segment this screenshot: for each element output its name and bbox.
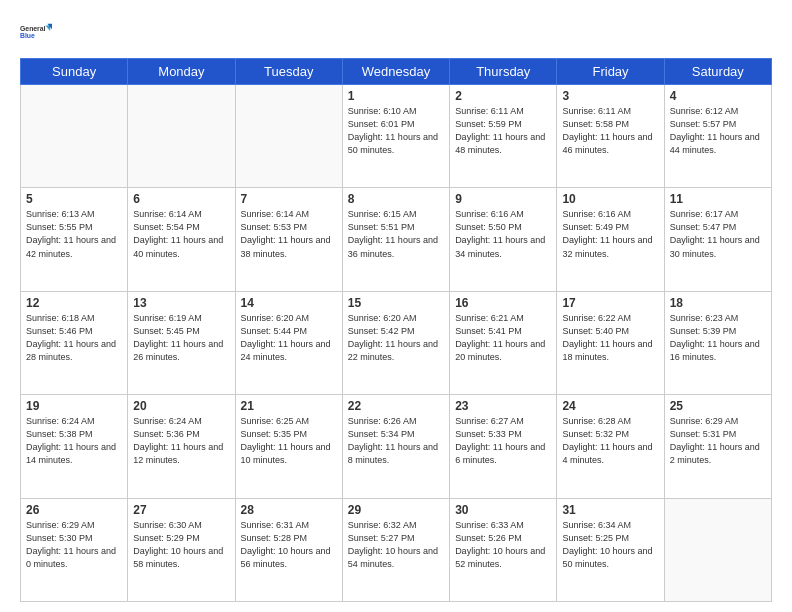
day-info: Sunrise: 6:23 AMSunset: 5:39 PMDaylight:… — [670, 312, 766, 364]
day-info: Sunrise: 6:30 AMSunset: 5:29 PMDaylight:… — [133, 519, 229, 571]
calendar-cell: 21Sunrise: 6:25 AMSunset: 5:35 PMDayligh… — [235, 395, 342, 498]
day-info: Sunrise: 6:24 AMSunset: 5:36 PMDaylight:… — [133, 415, 229, 467]
weekday-header-tuesday: Tuesday — [235, 59, 342, 85]
calendar-cell: 30Sunrise: 6:33 AMSunset: 5:26 PMDayligh… — [450, 498, 557, 601]
day-number: 30 — [455, 503, 551, 517]
day-info: Sunrise: 6:25 AMSunset: 5:35 PMDaylight:… — [241, 415, 337, 467]
week-row-5: 26Sunrise: 6:29 AMSunset: 5:30 PMDayligh… — [21, 498, 772, 601]
logo-icon: GeneralBlue — [20, 16, 52, 48]
week-row-3: 12Sunrise: 6:18 AMSunset: 5:46 PMDayligh… — [21, 291, 772, 394]
day-number: 17 — [562, 296, 658, 310]
calendar-cell — [664, 498, 771, 601]
day-number: 26 — [26, 503, 122, 517]
calendar-cell: 26Sunrise: 6:29 AMSunset: 5:30 PMDayligh… — [21, 498, 128, 601]
day-info: Sunrise: 6:10 AMSunset: 6:01 PMDaylight:… — [348, 105, 444, 157]
day-info: Sunrise: 6:22 AMSunset: 5:40 PMDaylight:… — [562, 312, 658, 364]
calendar-page: GeneralBlue SundayMondayTuesdayWednesday… — [0, 0, 792, 612]
weekday-header-saturday: Saturday — [664, 59, 771, 85]
calendar-cell: 10Sunrise: 6:16 AMSunset: 5:49 PMDayligh… — [557, 188, 664, 291]
day-number: 14 — [241, 296, 337, 310]
calendar-cell: 17Sunrise: 6:22 AMSunset: 5:40 PMDayligh… — [557, 291, 664, 394]
header: GeneralBlue — [20, 16, 772, 48]
svg-marker-2 — [46, 26, 51, 31]
calendar-cell: 31Sunrise: 6:34 AMSunset: 5:25 PMDayligh… — [557, 498, 664, 601]
day-number: 29 — [348, 503, 444, 517]
day-number: 21 — [241, 399, 337, 413]
day-number: 3 — [562, 89, 658, 103]
day-info: Sunrise: 6:28 AMSunset: 5:32 PMDaylight:… — [562, 415, 658, 467]
day-info: Sunrise: 6:29 AMSunset: 5:31 PMDaylight:… — [670, 415, 766, 467]
day-info: Sunrise: 6:16 AMSunset: 5:50 PMDaylight:… — [455, 208, 551, 260]
day-info: Sunrise: 6:33 AMSunset: 5:26 PMDaylight:… — [455, 519, 551, 571]
day-info: Sunrise: 6:12 AMSunset: 5:57 PMDaylight:… — [670, 105, 766, 157]
weekday-header-thursday: Thursday — [450, 59, 557, 85]
day-number: 10 — [562, 192, 658, 206]
calendar-cell: 4Sunrise: 6:12 AMSunset: 5:57 PMDaylight… — [664, 85, 771, 188]
day-info: Sunrise: 6:21 AMSunset: 5:41 PMDaylight:… — [455, 312, 551, 364]
day-number: 12 — [26, 296, 122, 310]
day-info: Sunrise: 6:26 AMSunset: 5:34 PMDaylight:… — [348, 415, 444, 467]
day-info: Sunrise: 6:13 AMSunset: 5:55 PMDaylight:… — [26, 208, 122, 260]
week-row-2: 5Sunrise: 6:13 AMSunset: 5:55 PMDaylight… — [21, 188, 772, 291]
day-number: 8 — [348, 192, 444, 206]
calendar-cell: 19Sunrise: 6:24 AMSunset: 5:38 PMDayligh… — [21, 395, 128, 498]
weekday-header-friday: Friday — [557, 59, 664, 85]
calendar-cell: 16Sunrise: 6:21 AMSunset: 5:41 PMDayligh… — [450, 291, 557, 394]
day-number: 15 — [348, 296, 444, 310]
calendar-cell: 22Sunrise: 6:26 AMSunset: 5:34 PMDayligh… — [342, 395, 449, 498]
calendar-cell: 23Sunrise: 6:27 AMSunset: 5:33 PMDayligh… — [450, 395, 557, 498]
calendar-cell — [21, 85, 128, 188]
week-row-1: 1Sunrise: 6:10 AMSunset: 6:01 PMDaylight… — [21, 85, 772, 188]
day-info: Sunrise: 6:18 AMSunset: 5:46 PMDaylight:… — [26, 312, 122, 364]
calendar-cell: 8Sunrise: 6:15 AMSunset: 5:51 PMDaylight… — [342, 188, 449, 291]
day-number: 1 — [348, 89, 444, 103]
day-number: 11 — [670, 192, 766, 206]
day-number: 6 — [133, 192, 229, 206]
calendar-cell: 29Sunrise: 6:32 AMSunset: 5:27 PMDayligh… — [342, 498, 449, 601]
calendar-cell — [235, 85, 342, 188]
day-info: Sunrise: 6:20 AMSunset: 5:44 PMDaylight:… — [241, 312, 337, 364]
day-info: Sunrise: 6:34 AMSunset: 5:25 PMDaylight:… — [562, 519, 658, 571]
day-number: 9 — [455, 192, 551, 206]
calendar-cell: 2Sunrise: 6:11 AMSunset: 5:59 PMDaylight… — [450, 85, 557, 188]
day-info: Sunrise: 6:31 AMSunset: 5:28 PMDaylight:… — [241, 519, 337, 571]
day-number: 20 — [133, 399, 229, 413]
calendar-cell: 11Sunrise: 6:17 AMSunset: 5:47 PMDayligh… — [664, 188, 771, 291]
day-info: Sunrise: 6:11 AMSunset: 5:58 PMDaylight:… — [562, 105, 658, 157]
day-number: 24 — [562, 399, 658, 413]
calendar-cell: 18Sunrise: 6:23 AMSunset: 5:39 PMDayligh… — [664, 291, 771, 394]
svg-text:Blue: Blue — [20, 32, 35, 39]
day-info: Sunrise: 6:14 AMSunset: 5:53 PMDaylight:… — [241, 208, 337, 260]
svg-text:General: General — [20, 25, 46, 32]
calendar-cell: 24Sunrise: 6:28 AMSunset: 5:32 PMDayligh… — [557, 395, 664, 498]
day-number: 7 — [241, 192, 337, 206]
calendar-cell: 27Sunrise: 6:30 AMSunset: 5:29 PMDayligh… — [128, 498, 235, 601]
day-number: 18 — [670, 296, 766, 310]
day-number: 25 — [670, 399, 766, 413]
day-info: Sunrise: 6:17 AMSunset: 5:47 PMDaylight:… — [670, 208, 766, 260]
calendar-cell — [128, 85, 235, 188]
day-info: Sunrise: 6:32 AMSunset: 5:27 PMDaylight:… — [348, 519, 444, 571]
day-number: 28 — [241, 503, 337, 517]
day-info: Sunrise: 6:14 AMSunset: 5:54 PMDaylight:… — [133, 208, 229, 260]
weekday-header-sunday: Sunday — [21, 59, 128, 85]
calendar-cell: 9Sunrise: 6:16 AMSunset: 5:50 PMDaylight… — [450, 188, 557, 291]
logo: GeneralBlue — [20, 16, 52, 48]
calendar-cell: 7Sunrise: 6:14 AMSunset: 5:53 PMDaylight… — [235, 188, 342, 291]
day-number: 5 — [26, 192, 122, 206]
day-info: Sunrise: 6:19 AMSunset: 5:45 PMDaylight:… — [133, 312, 229, 364]
day-number: 4 — [670, 89, 766, 103]
day-number: 31 — [562, 503, 658, 517]
day-number: 16 — [455, 296, 551, 310]
calendar-cell: 1Sunrise: 6:10 AMSunset: 6:01 PMDaylight… — [342, 85, 449, 188]
day-number: 23 — [455, 399, 551, 413]
weekday-header-monday: Monday — [128, 59, 235, 85]
calendar-cell: 6Sunrise: 6:14 AMSunset: 5:54 PMDaylight… — [128, 188, 235, 291]
weekday-header-row: SundayMondayTuesdayWednesdayThursdayFrid… — [21, 59, 772, 85]
day-info: Sunrise: 6:29 AMSunset: 5:30 PMDaylight:… — [26, 519, 122, 571]
day-number: 13 — [133, 296, 229, 310]
day-info: Sunrise: 6:16 AMSunset: 5:49 PMDaylight:… — [562, 208, 658, 260]
calendar-cell: 15Sunrise: 6:20 AMSunset: 5:42 PMDayligh… — [342, 291, 449, 394]
calendar-cell: 12Sunrise: 6:18 AMSunset: 5:46 PMDayligh… — [21, 291, 128, 394]
day-number: 2 — [455, 89, 551, 103]
